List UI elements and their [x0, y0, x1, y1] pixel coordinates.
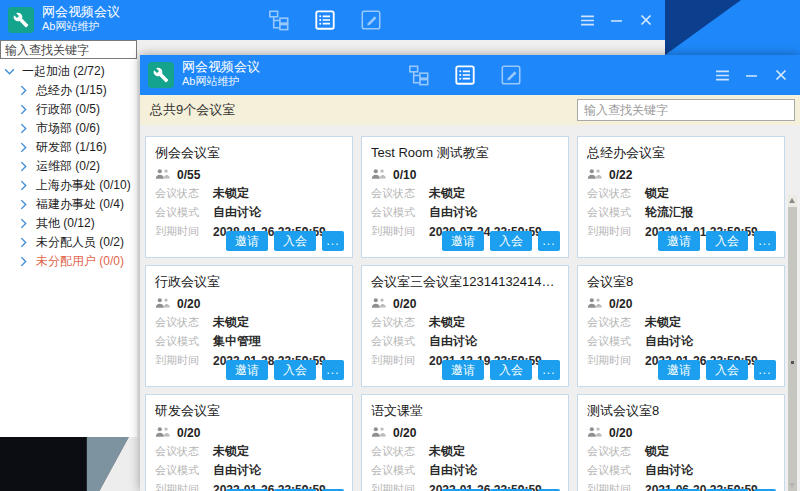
invite-button[interactable]: 邀请	[442, 231, 484, 251]
minimize-icon[interactable]	[609, 13, 624, 27]
room-capacity: 0/20	[393, 426, 416, 440]
people-icon	[587, 424, 603, 442]
more-button[interactable]: ...	[322, 231, 344, 251]
join-button[interactable]: 入会	[274, 231, 316, 251]
status-label: 会议状态	[587, 186, 645, 201]
edit-icon[interactable]	[360, 9, 382, 31]
join-button[interactable]: 入会	[490, 231, 532, 251]
status-value: 未锁定	[429, 443, 465, 460]
tree-item-label: 运维部 (0/2)	[36, 158, 100, 175]
tree-item[interactable]: 运维部 (0/2)	[0, 157, 137, 176]
chevron-right-icon[interactable]	[20, 85, 32, 96]
chevron-right-icon[interactable]	[20, 104, 32, 115]
room-name: 例会会议室	[155, 144, 343, 162]
wallpaper-navy-triangle	[665, 0, 741, 55]
tree-item[interactable]: 其他 (0/12)	[0, 214, 137, 233]
chevron-right-icon[interactable]	[20, 237, 32, 248]
join-button[interactable]: 入会	[706, 231, 748, 251]
invite-button[interactable]: 邀请	[658, 231, 700, 251]
room-name: 测试会议室8	[587, 402, 775, 420]
mode-label: 会议模式	[587, 334, 645, 349]
tree-item-label: 研发部 (1/16)	[36, 139, 107, 156]
tree-item[interactable]: 一起加油 (2/72)	[0, 62, 137, 81]
desktop-wallpaper-top-right	[665, 0, 800, 55]
chevron-down-icon[interactable]	[6, 66, 18, 77]
foreground-window: 网会视频会议 Ab网站维护 总共9个会议室 例会会议室 0/55	[140, 55, 800, 491]
tree-item[interactable]: 未分配人员 (0/2)	[0, 233, 137, 252]
meeting-room-card: 会议室三会议室123141324141三会议室 0/20 会议状态 未锁定 会议…	[361, 265, 569, 387]
close-icon[interactable]	[638, 13, 653, 27]
mode-label: 会议模式	[155, 334, 213, 349]
window-subtitle: Ab网站维护	[182, 75, 260, 89]
status-label: 会议状态	[371, 315, 429, 330]
tree-item[interactable]: 总经办 (1/15)	[0, 81, 137, 100]
people-icon	[587, 295, 603, 313]
mode-value: 自由讨论	[429, 204, 477, 221]
chevron-right-icon[interactable]	[20, 199, 32, 210]
meeting-room-card: 研发会议室 0/20 会议状态 未锁定 会议模式 自由讨论 到期时间 2022-…	[145, 394, 353, 491]
invite-button[interactable]: 邀请	[226, 360, 268, 380]
more-button[interactable]: ...	[754, 360, 776, 380]
list-icon[interactable]	[314, 9, 336, 31]
people-icon	[155, 295, 171, 313]
screen: 网会视频会议 Ab网站维护 一起加油 (2/72) 总经办 (1/15) 行政部…	[0, 0, 800, 491]
expire-label: 到期时间	[371, 353, 429, 368]
list-icon[interactable]	[454, 64, 476, 86]
tree-item[interactable]: 市场部 (0/6)	[0, 119, 137, 138]
tree-item[interactable]: 福建办事处 (0/4)	[0, 195, 137, 214]
window-controls	[580, 13, 653, 27]
mode-value: 自由讨论	[645, 333, 693, 350]
meeting-room-card: 会议室8 0/20 会议状态 未锁定 会议模式 自由讨论 到期时间 2022-0…	[577, 265, 785, 387]
more-button[interactable]: ...	[754, 231, 776, 251]
join-button[interactable]: 入会	[490, 360, 532, 380]
scrollbar-thumb[interactable]	[788, 207, 797, 491]
status-value: 未锁定	[213, 185, 249, 202]
expire-label: 到期时间	[587, 224, 645, 239]
org-tree-icon[interactable]	[408, 64, 430, 86]
invite-button[interactable]: 邀请	[658, 360, 700, 380]
room-capacity: 0/22	[609, 168, 632, 182]
status-value: 未锁定	[429, 314, 465, 331]
org-tree-icon[interactable]	[268, 9, 290, 31]
minimize-icon[interactable]	[744, 68, 759, 82]
tree-item[interactable]: 未分配用户 (0/0)	[0, 252, 137, 271]
expire-label: 到期时间	[155, 224, 213, 239]
close-icon[interactable]	[773, 68, 788, 82]
app-icon	[8, 7, 34, 33]
invite-button[interactable]: 邀请	[226, 231, 268, 251]
join-button[interactable]: 入会	[274, 360, 316, 380]
chevron-right-icon[interactable]	[20, 180, 32, 191]
status-label: 会议状态	[587, 444, 645, 459]
scroll-down-arrow-icon[interactable]	[789, 483, 795, 488]
more-button[interactable]: ...	[538, 231, 560, 251]
more-button[interactable]: ...	[322, 360, 344, 380]
tree-item-label: 未分配用户 (0/0)	[36, 253, 124, 270]
more-button[interactable]: ...	[538, 360, 560, 380]
menu-icon[interactable]	[715, 68, 730, 82]
meeting-room-card: 测试会议室8 0/20 会议状态 锁定 会议模式 自由讨论 到期时间 2021-…	[577, 394, 785, 491]
join-button[interactable]: 入会	[706, 360, 748, 380]
people-icon	[371, 424, 387, 442]
tree-item[interactable]: 上海办事处 (0/10)	[0, 176, 137, 195]
chevron-right-icon[interactable]	[20, 256, 32, 267]
tree-item[interactable]: 研发部 (1/16)	[0, 138, 137, 157]
chevron-right-icon[interactable]	[20, 218, 32, 229]
mode-value: 自由讨论	[645, 462, 693, 479]
edit-icon[interactable]	[500, 64, 522, 86]
room-name: 语文课堂	[371, 402, 559, 420]
chevron-right-icon[interactable]	[20, 161, 32, 172]
chevron-right-icon[interactable]	[20, 123, 32, 134]
vertical-scrollbar[interactable]	[788, 195, 797, 491]
room-capacity: 0/10	[393, 168, 416, 182]
invite-button[interactable]: 邀请	[442, 360, 484, 380]
status-label: 会议状态	[155, 444, 213, 459]
tree-item[interactable]: 行政部 (0/5)	[0, 100, 137, 119]
chevron-right-icon[interactable]	[20, 142, 32, 153]
mode-label: 会议模式	[587, 205, 645, 220]
room-search-input[interactable]	[577, 99, 795, 121]
sidebar-search-input[interactable]	[0, 40, 137, 59]
meeting-room-card: 总经办会议室 0/22 会议状态 锁定 会议模式 轮流汇报 到期时间 2022-…	[577, 136, 785, 258]
status-label: 会议状态	[155, 315, 213, 330]
menu-icon[interactable]	[580, 13, 595, 27]
scroll-up-arrow-icon[interactable]	[789, 198, 795, 203]
